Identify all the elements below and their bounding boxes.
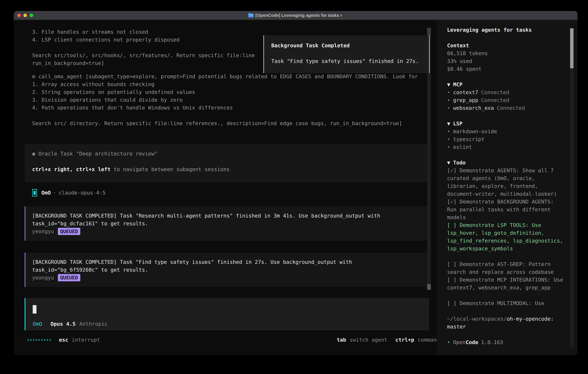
status-bar-right: tab switch agent ctrl+p commands (337, 336, 443, 344)
agent-name: OmO (41, 189, 51, 197)
lsp-item: •markdown-oxide (447, 128, 565, 135)
task-message-line: [BACKGROUND TASK COMPLETED] Task "Find t… (32, 258, 429, 266)
mcp-status: Connected (481, 97, 509, 103)
context-used: 33% used (447, 57, 565, 65)
hint-text: to navigate between subagent sessions (111, 166, 230, 172)
status-dot-icon: • (447, 339, 450, 345)
status-bar: esc interrupt tab switch agent ctrl+p co… (28, 336, 444, 344)
lsp-item: •eslint (447, 143, 565, 151)
activity-dot (33, 339, 34, 341)
active-model-label: Opus 4.5 (51, 320, 75, 328)
chevron-down-icon: ▼ (447, 160, 450, 166)
bullet-icon: • (447, 89, 450, 95)
active-agent-label: OmO (33, 320, 42, 328)
minimize-button[interactable] (23, 14, 27, 17)
scrollback-line: 3. File handles or streams not closed (32, 28, 255, 36)
workspace-path: ~/local-workspaces/oh-my-opencode: (447, 315, 565, 323)
background-task-message: [BACKGROUND TASK COMPLETED] Task "Find t… (25, 253, 429, 287)
task-message-line: [BACKGROUND TASK COMPLETED] Task "Resear… (32, 212, 429, 220)
separator-dot: · (53, 189, 56, 197)
agent-avatar-icon (32, 189, 37, 197)
model-status-line: OmO Opus 4.5 Anthropic (33, 320, 108, 328)
bullet-icon: • (447, 128, 450, 134)
close-button[interactable] (17, 14, 21, 17)
task-message-line: task_id="bg_dcfac161" to get results. (32, 220, 429, 228)
status-badge: QUEUED (58, 274, 80, 281)
session-title: Leveraging agents for tasks (447, 26, 565, 34)
toast-message: Task "Find type safety issues" finished … (271, 57, 419, 65)
todo-item: [✓] Demonstrate AGENTS: Show all 7 curat… (447, 166, 565, 198)
status-badge: QUEUED (58, 228, 80, 235)
status-bar-left: esc interrupt (28, 336, 100, 344)
tool-call-line: 3. Division operations that could divide… (32, 96, 418, 104)
mcp-item: •websearch_exaConnected (447, 104, 565, 112)
gear-icon: ⚙ (32, 73, 35, 79)
activity-dot (30, 339, 32, 341)
todo-item: [✓] Demonstrate BACKGROUND AGENTS: Run p… (447, 198, 565, 221)
window-titlebar[interactable]: [OpenCode] Leveraging agents for tasks ◐ (14, 11, 578, 20)
tool-call-blank-line (32, 112, 418, 119)
todo-item: [ ] Demonstrate MCP INTEGRATIONS: Use co… (447, 276, 565, 291)
model-provider-label: Anthropic (79, 320, 107, 328)
terminal-content: 3. File handles or streams not closed 4.… (14, 20, 578, 355)
background-task-message: [BACKGROUND TASK COMPLETED] Task "Resear… (25, 206, 429, 241)
folder-icon (248, 14, 253, 18)
ctrlp-key-hint: ctrl+p (395, 336, 414, 344)
mcp-item: •grep_appConnected (447, 96, 565, 104)
activity-dot (28, 339, 29, 341)
agent-model: claude-opus-4-5 (59, 189, 106, 197)
task-meta: yeongyu QUEUED (32, 274, 429, 281)
task-user: yeongyu (32, 228, 54, 235)
tool-call-text: call_omo_agent [subagent_type=explore, p… (39, 73, 418, 79)
task-meta: yeongyu QUEUED (32, 228, 429, 235)
mcp-status: Connected (497, 105, 525, 111)
fisheye-icon: ◉ (32, 151, 35, 157)
tool-call-line: ⚙call_omo_agent [subagent_type=explore, … (32, 73, 418, 80)
esc-key-hint: esc (59, 336, 68, 344)
tool-call-block: ⚙call_omo_agent [subagent_type=explore, … (32, 73, 418, 127)
scrollback-blank-line (32, 44, 255, 52)
sidebar-content: Leveraging agents for tasks Context 66,5… (447, 26, 565, 346)
activity-dot (47, 339, 48, 341)
oracle-task-box: ◉ Oracle Task "Deep architecture review"… (25, 144, 429, 182)
context-spent: $0.46 spent (447, 65, 565, 73)
zoom-button[interactable] (30, 14, 33, 17)
hint-keys: ctrl+x right, ctrl+x left (32, 166, 111, 172)
mcp-section-header[interactable]: ▼MCP (447, 81, 565, 89)
bullet-icon: • (447, 97, 450, 103)
todo-item-active: [ ] Demonstrate LSP TOOLS: Use lsp_hover… (447, 221, 565, 252)
main-scrollbar-thumb[interactable] (427, 284, 431, 290)
oracle-navigation-hint: ctrl+x right, ctrl+x left to navigate be… (32, 166, 429, 173)
activity-dot (36, 339, 37, 341)
session-sidebar: Leveraging agents for tasks Context 66,5… (437, 20, 578, 355)
task-message-line: task_id="bg_6f59260c" to get results. (32, 266, 429, 274)
tab-key-hint: tab (337, 336, 346, 344)
todo-item: [ ] Demonstrate AST-GREP: Pattern search… (447, 260, 565, 276)
scrollback-text: 3. File handles or streams not closed 4.… (32, 28, 255, 67)
scrollback-line: run_in_background=true] (32, 59, 255, 67)
context-heading: Context (447, 42, 565, 50)
activity-dot (41, 339, 42, 341)
background-task-toast[interactable]: Background Task Completed Task "Find typ… (263, 35, 430, 73)
sidebar-scrollbar-thumb[interactable] (570, 28, 574, 68)
text-cursor (33, 305, 36, 313)
lsp-section-header[interactable]: ▼LSP (447, 120, 565, 128)
tab-action-label: switch agent (350, 336, 387, 344)
scrollback-line: Search src/tools/, src/hooks/, src/featu… (32, 52, 255, 59)
tool-call-line: 2. String operations on potentially unde… (32, 88, 418, 96)
traffic-lights (17, 14, 33, 17)
tool-call-line: 4. Path operations that don't handle Win… (32, 104, 418, 112)
main-scrollbar-segment[interactable] (427, 28, 431, 35)
todo-section-header[interactable]: ▼Todo (447, 159, 565, 166)
activity-dot (44, 339, 45, 341)
sidebar-scrollbar-track[interactable] (570, 28, 574, 347)
context-tokens: 66,518 tokens (447, 50, 565, 57)
chevron-down-icon: ▼ (447, 82, 450, 87)
app-window: [OpenCode] Leveraging agents for tasks ◐… (14, 11, 578, 355)
window-title: [OpenCode] Leveraging agents for tasks ◐ (248, 13, 343, 18)
scrollback-line: 4. LSP client connections not properly d… (32, 36, 255, 44)
bullet-icon: • (447, 144, 450, 150)
version-line: •OpenCode1.0.163 (447, 338, 565, 346)
tool-call-line: Search src/ directory. Return specific f… (32, 119, 418, 127)
prompt-input[interactable]: OmO Opus 4.5 Anthropic (25, 298, 429, 330)
